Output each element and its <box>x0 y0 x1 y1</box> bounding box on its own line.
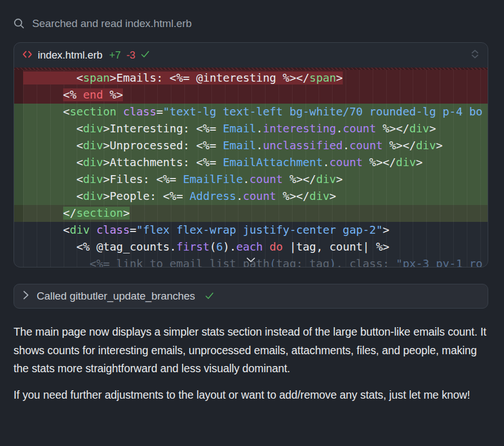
code-line: <div>People: <%= Address.count %></div> <box>14 188 488 205</box>
code-line: <div class="flex flex-wrap justify-cente… <box>14 222 488 239</box>
diff-gutter <box>14 137 23 154</box>
code-line: <div>Unprocessed: <%= Email.unclassified… <box>14 137 488 154</box>
diff-gutter <box>14 70 23 87</box>
diff-filename: index.html.erb <box>38 49 103 61</box>
diff-gutter <box>14 205 23 222</box>
diff-gutter <box>14 104 23 121</box>
diff-gutter <box>14 121 23 137</box>
chevron-down-icon[interactable] <box>246 255 255 265</box>
code-line: <% @tag_counts.first(6).each do |tag, co… <box>14 239 488 256</box>
diff-gutter <box>14 256 23 267</box>
tool-call-label: Called gitbutler_update_branches <box>37 290 195 302</box>
diff-gutter <box>14 188 23 205</box>
code-area: <span>Emails: <%= @interesting %></span>… <box>14 68 488 267</box>
deletions-count: -3 <box>126 50 135 61</box>
diff-gutter <box>14 154 23 171</box>
code-line: <div>Files: <%= EmailFile.count %></div> <box>14 171 488 188</box>
diff-gutter <box>14 222 23 239</box>
paragraph: The main page now displays a simpler sta… <box>14 323 489 378</box>
diff-card: index.html.erb +7 -3 <span>Emails: <%= @… <box>14 42 488 267</box>
code-line: <div>Interesting: <%= Email.interesting.… <box>14 121 488 137</box>
code-line: </section> <box>14 205 488 222</box>
message-text: The main page now displays a simpler sta… <box>0 323 504 404</box>
additions-count: +7 <box>109 50 121 61</box>
check-icon <box>205 290 214 302</box>
check-icon <box>141 50 149 60</box>
tool-result-header[interactable]: Searched and read index.html.erb <box>14 16 489 31</box>
tool-call-row[interactable]: Called gitbutler_update_branches <box>14 284 488 309</box>
code-icon <box>23 50 32 60</box>
diff-gutter <box>14 171 23 188</box>
code-line: <% end %> <box>14 87 488 104</box>
chevron-right-icon <box>23 290 29 302</box>
paragraph: If you need further adjustments to the l… <box>14 386 489 404</box>
diff-card-header[interactable]: index.html.erb +7 -3 <box>14 43 488 68</box>
code-line: <div>Attachments: <%= EmailAttachment.co… <box>14 154 488 171</box>
code-line: <section class="text-lg text-left bg-whi… <box>14 104 488 121</box>
diff-gutter <box>14 87 23 104</box>
diff-gutter <box>14 239 23 256</box>
unfold-icon[interactable] <box>471 49 479 61</box>
search-icon <box>14 18 25 29</box>
code-line: <span>Emails: <%= @interesting %></span> <box>14 70 488 87</box>
status-label: Searched and read index.html.erb <box>32 17 192 30</box>
